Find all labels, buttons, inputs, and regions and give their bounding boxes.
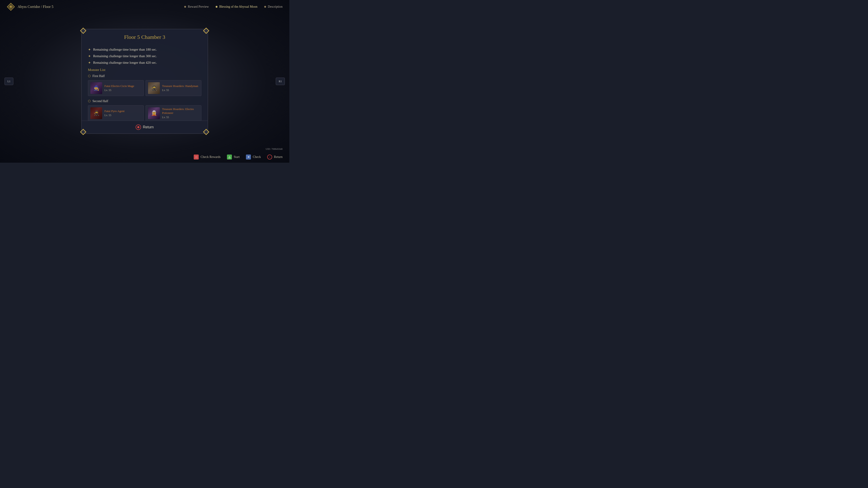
monster-card-handyman: 🥷 Treasure Hoarders: Handyman Lv. 55 bbox=[146, 80, 202, 96]
monster-card-pyro-agent: 🥷 Fatui Pyro Agent Lv. 55 bbox=[88, 105, 144, 121]
monster-info-pyro-agent: Fatui Pyro Agent Lv. 55 bbox=[104, 109, 141, 117]
second-half-monsters: 🥷 Fatui Pyro Agent Lv. 55 🧝 Tre bbox=[88, 105, 202, 121]
first-half-label: First Half bbox=[92, 74, 105, 78]
dialog-content: ✦ Remaining challenge time longer than 1… bbox=[82, 44, 208, 121]
monster-name-electro-pot: Treasure Hoarders: Electro Potioneer bbox=[162, 107, 199, 115]
monster-info-electro-pot: Treasure Hoarders: Electro Potioneer Lv.… bbox=[162, 107, 199, 119]
challenge-text-1: Remaining challenge time longer than 180… bbox=[93, 48, 157, 52]
corner-decoration-bl bbox=[80, 129, 86, 135]
dialog-footer: Return bbox=[82, 121, 208, 133]
challenge-condition-1: ✦ Remaining challenge time longer than 1… bbox=[88, 47, 202, 52]
first-half-header: ⬡ First Half bbox=[88, 74, 202, 78]
second-half-label: Second Half bbox=[92, 99, 108, 103]
monster-card-electro-cicin: 🧙 Fatui Electro Cicin Mage Lv. 55 bbox=[88, 80, 144, 96]
avatar-electro-cicin-face: 🧙 bbox=[90, 82, 102, 94]
return-circle-icon bbox=[135, 125, 141, 130]
second-half-header: ⬡ Second Half bbox=[88, 99, 202, 103]
return-circle-inner bbox=[137, 126, 140, 128]
monster-level-electro-pot: Lv. 55 bbox=[162, 116, 199, 119]
monster-name-pyro-agent: Fatui Pyro Agent bbox=[104, 109, 141, 113]
dialog-box: Floor 5 Chamber 3 ✦ Remaining challenge … bbox=[81, 29, 208, 134]
monster-level-pyro-agent: Lv. 55 bbox=[104, 113, 141, 117]
return-button[interactable]: Return bbox=[135, 125, 154, 130]
monster-info-handyman: Treasure Hoarders: Handyman Lv. 55 bbox=[162, 84, 199, 92]
star-icon-1: ✦ bbox=[88, 47, 91, 52]
monster-info-electro-cicin: Fatui Electro Cicin Mage Lv. 55 bbox=[104, 84, 141, 92]
monster-avatar-handyman: 🥷 bbox=[148, 82, 160, 94]
corner-decoration-tr bbox=[203, 28, 209, 34]
monster-list-title: Monster List bbox=[88, 68, 202, 72]
avatar-pyro-agent-face: 🥷 bbox=[90, 107, 102, 119]
monster-avatar-electro-cicin: 🧙 bbox=[90, 82, 102, 94]
monster-level-electro-cicin: Lv. 55 bbox=[104, 89, 141, 92]
monster-level-handyman: Lv. 55 bbox=[162, 89, 199, 92]
challenge-text-3: Remaining challenge time longer than 420… bbox=[93, 61, 157, 65]
dialog-title: Floor 5 Chamber 3 bbox=[82, 29, 208, 44]
monster-avatar-pyro-agent: 🥷 bbox=[90, 107, 102, 119]
first-half-monsters: 🧙 Fatui Electro Cicin Mage Lv. 55 🥷 bbox=[88, 80, 202, 96]
first-half-icon: ⬡ bbox=[88, 74, 91, 78]
monster-card-electro-pot: 🧝 Treasure Hoarders: Electro Potioneer L… bbox=[146, 105, 202, 121]
corner-decoration-br bbox=[203, 129, 209, 135]
corner-decoration-tl bbox=[80, 28, 86, 34]
monster-name-electro-cicin: Fatui Electro Cicin Mage bbox=[104, 84, 141, 88]
dialog-container: Floor 5 Chamber 3 ✦ Remaining challenge … bbox=[81, 29, 208, 134]
dialog-overlay: Floor 5 Chamber 3 ✦ Remaining challenge … bbox=[0, 0, 289, 163]
star-icon-3: ✦ bbox=[88, 61, 91, 65]
second-half-icon: ⬡ bbox=[88, 99, 91, 103]
monster-avatar-electro-pot: 🧝 bbox=[148, 107, 160, 119]
monster-name-handyman: Treasure Hoarders: Handyman bbox=[162, 84, 199, 88]
challenge-condition-2: ✦ Remaining challenge time longer than 3… bbox=[88, 54, 202, 58]
challenge-text-2: Remaining challenge time longer than 300… bbox=[93, 54, 157, 58]
avatar-handyman-face: 🥷 bbox=[148, 82, 160, 94]
avatar-electro-pot-face: 🧝 bbox=[148, 107, 160, 119]
star-icon-2: ✦ bbox=[88, 54, 91, 58]
return-label: Return bbox=[143, 125, 154, 129]
challenge-condition-3: ✦ Remaining challenge time longer than 4… bbox=[88, 61, 202, 65]
